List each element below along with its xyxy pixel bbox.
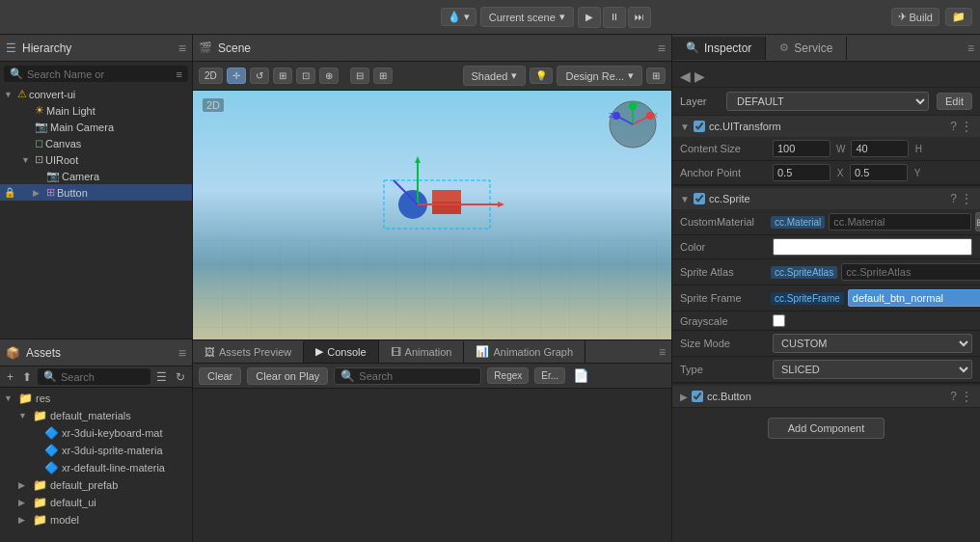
asset-item-default-prefab[interactable]: ▶ 📁 default_prefab [0,476,192,494]
sprite-frame-input[interactable] [848,289,980,307]
scale-tool[interactable]: ⊞ [273,68,292,84]
more-icon[interactable]: ⋮ [961,120,972,133]
add-component-btn[interactable]: Add Component [768,418,885,439]
design-dropdown[interactable]: Design Re... ▾ [557,66,642,86]
add-asset-btn[interactable]: + [4,369,16,385]
grayscale-checkbox[interactable] [773,314,785,327]
tree-item-button[interactable]: 🔒 ▶ ⊞ Button [0,184,192,201]
clear-btn[interactable]: Clear [199,367,241,385]
tab-service[interactable]: ⚙ Service [766,37,847,60]
list-view-btn[interactable]: ☰ [153,369,170,385]
uitransform-header[interactable]: ▼ cc.UITransform ? ⋮ [672,116,980,137]
custom-material-label: CustomMaterial [680,216,767,228]
size-mode-select[interactable]: CUSTOM [773,334,972,353]
sprite-checkbox[interactable] [694,193,705,204]
nav-back-btn[interactable]: ◀ [680,68,691,84]
scene-title: Scene [218,41,251,55]
water-icon-btn[interactable]: 💧 ▾ [441,8,476,26]
hierarchy-search-bar: 🔍 ≡ [4,66,188,82]
scene-dropdown[interactable]: Current scene ▾ [480,7,574,27]
asset-item-keyboard-mat[interactable]: 🔷 xr-3dui-keyboard-mat [0,424,192,442]
asset-item-default-ui[interactable]: ▶ 📁 default_ui [0,494,192,511]
tab-assets-preview[interactable]: 🖼 Assets Preview [193,341,304,363]
sprite-header[interactable]: ▼ cc.Sprite ? ⋮ [672,188,980,209]
tree-item-convert-ui[interactable]: ▼ ⚠ convert-ui [0,86,192,102]
anchor-tool[interactable]: ⊞ [373,68,393,84]
regex-btn[interactable]: Regex [487,367,529,384]
color-swatch[interactable] [773,238,972,256]
console-search-input[interactable] [359,370,475,382]
tab-console[interactable]: ▶ Console [304,340,378,363]
sprite-icons: ? ⋮ [950,192,972,205]
console-file-btn[interactable]: 📄 [571,366,591,385]
sprite-help-icon[interactable]: ? [950,192,957,205]
atlas-input[interactable] [841,263,980,281]
folder-button[interactable]: 📁 [945,8,972,26]
asset-item-sprite-mat[interactable]: 🔷 xr-3dui-sprite-materia [0,442,192,459]
multi-tool[interactable]: ⊕ [319,68,339,84]
more-btn[interactable]: ⊞ [646,68,666,84]
asset-item-model[interactable]: ▶ 📁 model [0,511,192,528]
prop-grayscale: Grayscale [672,312,980,331]
content-size-w-input[interactable] [773,140,830,157]
2d-3d-toggle[interactable]: 2D [199,68,223,84]
content-size-h-input[interactable] [851,140,909,157]
tree-item-camera[interactable]: 📷 Camera [0,168,192,184]
hierarchy-menu-btn[interactable]: ≡ [178,41,186,56]
layer-edit-btn[interactable]: Edit [937,93,972,110]
type-select[interactable]: SLICED [773,360,972,379]
button-header[interactable]: ▶ cc.Button ? ⋮ [672,386,980,407]
sprite-more-icon[interactable]: ⋮ [961,192,972,205]
asset-item-line-mat[interactable]: 🔷 xr-default-line-materia [0,459,192,476]
tree-item-canvas[interactable]: ◻ Canvas [0,135,192,151]
er-btn[interactable]: Er... [534,367,565,384]
svg-text:Y: Y [636,100,640,107]
help-icon[interactable]: ? [950,120,957,133]
assets-menu-btn[interactable]: ≡ [178,345,186,361]
play-controls: ▶ ⏸ ⏭ [578,7,651,28]
anchor-y-input[interactable] [850,164,908,181]
clear-on-play-btn[interactable]: Clear on Play [247,367,328,385]
uitransform-checkbox[interactable] [694,121,705,132]
scene-toolbar: 2D ✛ ↺ ⊞ ⊡ ⊕ ⊟ ⊞ Shaded ▾ 💡 Design Re...… [193,62,671,91]
tabs-menu-btn[interactable]: ≡ [653,341,671,363]
right-panel-menu-btn[interactable]: ≡ [962,38,980,59]
rotate-tool[interactable]: ↺ [250,68,269,84]
import-asset-btn[interactable]: ⬆ [19,369,35,385]
assets-search-icon: 🔍 [43,370,57,383]
hierarchy-list-icon[interactable]: ≡ [177,68,182,80]
refresh-btn[interactable]: ↻ [173,369,188,385]
asset-item-default-materials[interactable]: ▼ 📁 default_materials [0,407,192,424]
scene-menu-btn[interactable]: ≡ [658,41,666,56]
tab-animation-graph[interactable]: 📊 Animation Graph [464,340,585,363]
tab-animation[interactable]: 🎞 Animation [379,341,465,363]
rect-tool[interactable]: ⊡ [296,68,315,84]
asset-item-res[interactable]: ▼ 📁 res [0,390,192,407]
frame-tool[interactable]: ⊟ [350,68,369,84]
button-more-icon[interactable]: ⋮ [961,390,972,403]
move-tool[interactable]: ✛ [227,68,246,84]
hierarchy-search-input[interactable] [27,68,173,80]
material-pick-btn[interactable]: ⊞ [975,212,980,231]
tree-item-main-camera[interactable]: 📷 Main Camera [0,119,192,135]
tree-item-uiroot[interactable]: ▼ ⊡ UIRoot [0,151,192,168]
anchor-x-input[interactable] [773,164,830,181]
material-input[interactable] [829,213,971,230]
light-toggle[interactable]: 💡 [530,68,553,84]
shading-dropdown[interactable]: Shaded ▾ [463,66,527,86]
build-button[interactable]: ✈ Build [891,8,939,26]
y-axis-label: Y [913,168,921,178]
button-help-icon[interactable]: ? [950,390,957,403]
top-bar: 💧 ▾ Current scene ▾ ▶ ⏸ ⏭ ✈ Build 📁 [0,0,980,35]
tab-inspector[interactable]: 🔍 Inspector [672,37,766,60]
layer-select[interactable]: DEFAULT [726,92,929,111]
play-button[interactable]: ▶ [578,7,601,28]
nav-forward-btn[interactable]: ▶ [694,68,705,84]
prop-type: Type SLICED [672,357,980,383]
tree-item-main-light[interactable]: ☀ Main Light [0,102,192,119]
button-checkbox[interactable] [692,391,703,402]
assets-search-input[interactable] [61,371,145,383]
scene-viewport[interactable]: X Y Z 2D [193,91,671,339]
step-button[interactable]: ⏭ [628,7,651,28]
pause-button[interactable]: ⏸ [603,7,626,28]
